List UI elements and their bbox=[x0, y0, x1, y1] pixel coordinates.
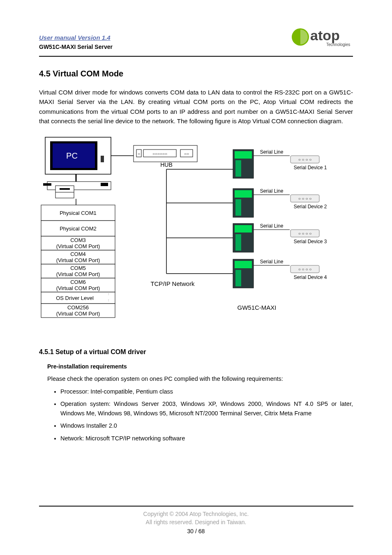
header-divider bbox=[39, 56, 353, 57]
pc-label: PC bbox=[66, 151, 78, 160]
svg-text:○ ○ ○ ○: ○ ○ ○ ○ bbox=[298, 196, 312, 201]
svg-text:Serial Device 3: Serial Device 3 bbox=[294, 239, 327, 244]
requirements-list: Processor: Intel-compatible, Pentium cla… bbox=[60, 387, 353, 443]
svg-text:Physical COM2: Physical COM2 bbox=[60, 226, 97, 232]
product-title: GW51C-MAXI Serial Server bbox=[39, 44, 113, 50]
svg-text:OS Driver Level: OS Driver Level bbox=[56, 295, 94, 301]
svg-rect-10 bbox=[60, 188, 70, 190]
subsection-title: 4.5.1 Setup of a virtual COM driver bbox=[39, 348, 353, 356]
svg-rect-48 bbox=[235, 160, 241, 177]
svg-rect-74 bbox=[235, 261, 252, 268]
svg-text:COM3: COM3 bbox=[70, 237, 86, 243]
pre-install-intro: Please check the operation system on one… bbox=[47, 375, 353, 382]
svg-text:Serial Device 2: Serial Device 2 bbox=[294, 204, 327, 210]
section-paragraph: Virtual COM driver mode for windows conv… bbox=[39, 88, 353, 126]
svg-rect-4 bbox=[101, 156, 104, 162]
list-item: Network: Microsoft TCP/IP networking sof… bbox=[60, 434, 353, 443]
svg-text:COM4: COM4 bbox=[70, 251, 86, 257]
footer-rights: All rights reserved. Designed in Taiwan. bbox=[0, 519, 392, 525]
svg-rect-47 bbox=[235, 151, 252, 159]
svg-text:(Virtual COM Port): (Virtual COM Port) bbox=[56, 311, 100, 317]
footer-copyright: Copyright © 2004 Atop Technologies, Inc. bbox=[0, 511, 392, 517]
svg-text:○ ○ ○ ○: ○ ○ ○ ○ bbox=[298, 267, 312, 272]
svg-text:Serial Line: Serial Line bbox=[260, 188, 284, 194]
svg-rect-75 bbox=[235, 270, 241, 286]
svg-text:Serial Line: Serial Line bbox=[260, 259, 284, 265]
header: User manual Version 1.4 GW51C-MAXI Seria… bbox=[39, 25, 353, 50]
list-item: Processor: Intel-compatible, Pentium cla… bbox=[60, 387, 353, 396]
svg-text:COM5: COM5 bbox=[70, 265, 86, 271]
svg-text:Serial Device 1: Serial Device 1 bbox=[294, 165, 327, 170]
svg-text:○: ○ bbox=[138, 152, 140, 156]
network-label: TCP/IP Network bbox=[150, 280, 195, 287]
svg-text:Serial Line: Serial Line bbox=[260, 223, 284, 229]
port-list: Physical COM1 Physical COM2 COM3 (Virtua… bbox=[41, 205, 115, 318]
svg-text:(Virtual COM Port): (Virtual COM Port) bbox=[56, 285, 100, 291]
atop-logo: atop Technologies bbox=[291, 25, 353, 50]
svg-text:(Virtual COM Port): (Virtual COM Port) bbox=[56, 257, 100, 263]
footer: Copyright © 2004 Atop Technologies, Inc.… bbox=[0, 506, 392, 536]
svg-text:○ ○ ○ ○: ○ ○ ○ ○ bbox=[298, 157, 312, 162]
manual-title: User manual Version 1.4 bbox=[39, 34, 113, 41]
svg-text:COM6: COM6 bbox=[70, 279, 86, 285]
hub-label: HUB bbox=[160, 161, 173, 168]
svg-rect-7 bbox=[101, 183, 108, 186]
svg-rect-8 bbox=[43, 183, 51, 186]
svg-rect-9 bbox=[55, 186, 74, 198]
logo-subtext: Technologies bbox=[326, 42, 350, 47]
svg-text:Physical COM1: Physical COM1 bbox=[60, 210, 97, 216]
svg-rect-56 bbox=[235, 190, 252, 198]
pre-install-heading: Pre-installation requirements bbox=[47, 363, 353, 370]
svg-text:○○: ○○ bbox=[184, 152, 189, 156]
svg-text::: : bbox=[108, 292, 109, 296]
svg-text:Serial Device 4: Serial Device 4 bbox=[294, 274, 327, 280]
svg-text::: : bbox=[108, 298, 109, 302]
gateway-group: Serial Line ○ ○ ○ ○ Serial Device 1 Seri… bbox=[166, 149, 327, 288]
virtual-com-diagram: PC ○ ○○○○○○ ○○ HUB bbox=[39, 133, 351, 340]
svg-text:○○○○○○: ○○○○○○ bbox=[152, 152, 167, 156]
svg-rect-57 bbox=[235, 199, 241, 216]
page-number: 30 / 68 bbox=[0, 528, 392, 534]
svg-text:Serial Line: Serial Line bbox=[260, 149, 284, 155]
svg-text:COM256: COM256 bbox=[67, 304, 89, 311]
gw-label: GW51C-MAXI bbox=[237, 304, 276, 311]
svg-text:(Virtual COM Port): (Virtual COM Port) bbox=[56, 243, 100, 249]
list-item: Windows Installer 2.0 bbox=[60, 421, 353, 430]
section-title: 4.5 Virtual COM Mode bbox=[39, 69, 353, 78]
svg-text:(Virtual COM Port): (Virtual COM Port) bbox=[56, 271, 100, 277]
svg-rect-65 bbox=[235, 225, 252, 233]
svg-rect-66 bbox=[235, 234, 241, 251]
list-item: Operation system: Windows Server 2003, W… bbox=[60, 399, 353, 418]
svg-text:○ ○ ○ ○: ○ ○ ○ ○ bbox=[298, 231, 312, 236]
logo-text: atop bbox=[310, 28, 340, 43]
